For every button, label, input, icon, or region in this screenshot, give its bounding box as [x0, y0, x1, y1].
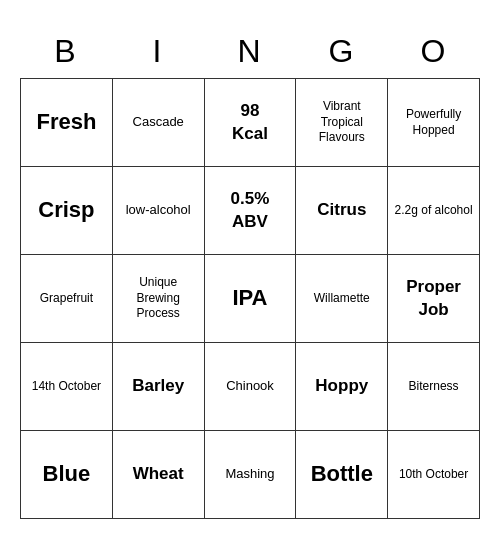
cell-r1-c0: Crisp — [21, 167, 113, 255]
header-i: I — [112, 25, 204, 78]
cell-r4-c4: 10th October — [388, 431, 480, 519]
cell-r0-c4: Powerfully Hopped — [388, 79, 480, 167]
cell-r2-c2: IPA — [204, 255, 296, 343]
cell-r2-c0: Grapefruit — [21, 255, 113, 343]
cell-r2-c4: Proper Job — [388, 255, 480, 343]
cell-r4-c3: Bottle — [296, 431, 388, 519]
cell-r3-c2: Chinook — [204, 343, 296, 431]
cell-r0-c2: 98 Kcal — [204, 79, 296, 167]
cell-r1-c3: Citrus — [296, 167, 388, 255]
cell-r0-c3: Vibrant Tropical Flavours — [296, 79, 388, 167]
cell-r1-c1: low-alcohol — [112, 167, 204, 255]
bingo-grid: FreshCascade98 KcalVibrant Tropical Flav… — [20, 78, 480, 519]
cell-r4-c2: Mashing — [204, 431, 296, 519]
cell-r1-c2: 0.5% ABV — [204, 167, 296, 255]
header-g: G — [296, 25, 388, 78]
cell-r3-c3: Hoppy — [296, 343, 388, 431]
cell-r1-c4: 2.2g of alcohol — [388, 167, 480, 255]
cell-r4-c0: Blue — [21, 431, 113, 519]
cell-r0-c0: Fresh — [21, 79, 113, 167]
cell-r4-c1: Wheat — [112, 431, 204, 519]
bingo-header: B I N G O — [20, 25, 480, 78]
cell-r2-c1: Unique Brewing Process — [112, 255, 204, 343]
header-n: N — [204, 25, 296, 78]
header-b: B — [20, 25, 112, 78]
cell-r3-c1: Barley — [112, 343, 204, 431]
cell-r0-c1: Cascade — [112, 79, 204, 167]
cell-r3-c4: Biterness — [388, 343, 480, 431]
cell-r2-c3: Willamette — [296, 255, 388, 343]
cell-r3-c0: 14th October — [21, 343, 113, 431]
header-o: O — [388, 25, 480, 78]
